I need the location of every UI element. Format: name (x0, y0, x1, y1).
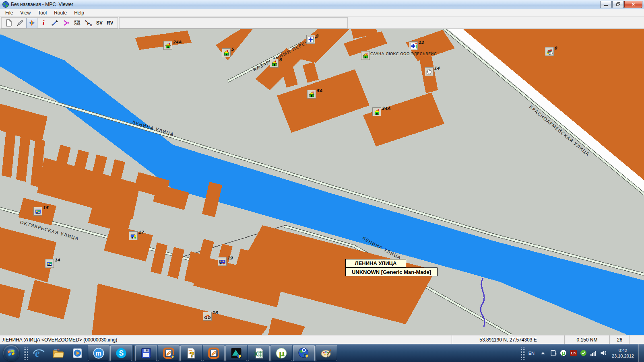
taskbar-skype[interactable]: S (110, 345, 132, 361)
measure-tool-button[interactable] (50, 18, 60, 28)
map-poi[interactable]: 16 (203, 312, 212, 321)
map-tooltip-object: UNKNOWN [Generic Man-Made] (345, 267, 438, 276)
route-arrow-button[interactable] (61, 18, 71, 28)
taskbar-excel[interactable]: X (248, 345, 270, 361)
tray-handle[interactable] (520, 347, 526, 360)
cfg-button[interactable]: CFG (83, 18, 94, 28)
edit-pen-icon[interactable] (15, 18, 25, 28)
house-icon (163, 41, 172, 50)
app-globe-icon (2, 1, 9, 8)
books-icon (545, 47, 554, 56)
titlebar: Без названия - MPC_Viewer × (0, 0, 644, 9)
map-poi[interactable]: 12 (409, 41, 418, 50)
map-poi[interactable]: 19 (218, 257, 227, 266)
volume-icon[interactable] (600, 350, 607, 356)
status-object: ЛЕНИНА УЛИЦА <OVERZOOMED> (00000030.img) (0, 335, 452, 344)
taskbar: e m S ? X µ (0, 344, 644, 362)
bus-icon (218, 257, 227, 266)
new-document-button[interactable] (4, 18, 14, 28)
taskbar-mpc-viewer[interactable] (293, 345, 315, 361)
poi-label: 14 (54, 258, 60, 262)
map-poi[interactable]: 5A (307, 90, 316, 99)
info-tool-button[interactable]: i (38, 18, 49, 28)
map-canvas[interactable]: КАЗАРМЕННЫЙ ПЕРЕУЛОКЛЕНИНА УЛИЦАКРАСНОАР… (0, 29, 644, 335)
toolbar: i RTECFG CFG SV RV (0, 17, 644, 29)
poi-label: 19 (227, 256, 233, 260)
taskbar-orange-doc-app-2[interactable] (203, 345, 225, 361)
menu-item-help[interactable]: Help (70, 9, 88, 16)
toolbar-band-empty (119, 17, 348, 29)
svg-text:µ: µ (562, 350, 566, 356)
taskbar-handle[interactable] (23, 347, 28, 360)
sv-button[interactable]: SV (95, 18, 104, 28)
taskbar-media-player[interactable] (68, 345, 87, 361)
taskbar-explorer[interactable] (49, 345, 68, 361)
taskbar-internet-explorer[interactable]: e (30, 345, 48, 361)
menu-item-file[interactable]: File (2, 9, 17, 16)
show-desktop-button[interactable] (638, 344, 644, 362)
map-poi[interactable]: САУНА-ЛЮКС ООО ЭДЕЛЬВЕЙС (361, 51, 370, 60)
moto-icon (203, 312, 212, 321)
menu-item-view[interactable]: View (17, 9, 34, 16)
taskbar-utorrent[interactable]: µ (270, 345, 292, 361)
menubar: FileViewToolRouteHelp (0, 9, 644, 17)
taskbar-clock[interactable]: 0:42 23.10.2012 (612, 348, 634, 359)
map-poi[interactable]: 8 (545, 47, 554, 56)
poi-label: 15 (43, 206, 48, 210)
clipboard-tray-icon[interactable] (550, 350, 557, 356)
taskbar-black-triangle-app[interactable] (225, 345, 247, 361)
menu-item-tool[interactable]: Tool (34, 9, 50, 16)
taskbar-floppy-app[interactable] (135, 345, 157, 361)
poi-label: 12 (418, 40, 424, 45)
statusbar: ЛЕНИНА УЛИЦА <OVERZOOMED> (00000030.img)… (0, 335, 644, 344)
network-signal-icon[interactable] (590, 350, 597, 356)
rte-cfg-button[interactable]: RTECFG (72, 18, 83, 28)
house-icon (307, 90, 316, 99)
language-indicator[interactable]: EN (528, 351, 535, 356)
svg-text:µ: µ (279, 348, 285, 358)
compass-tool-button[interactable] (26, 18, 37, 28)
poi-label: 6 (279, 58, 282, 62)
rv-button[interactable]: RV (105, 18, 115, 28)
house-icon (270, 59, 279, 68)
poi-label: 17 (138, 230, 144, 234)
poi-label: 24A (173, 40, 182, 44)
map-poi[interactable]: 3 (306, 35, 315, 44)
restore-button[interactable] (612, 1, 624, 8)
clock-date: 23.10.2012 (612, 353, 634, 359)
cross-icon (306, 35, 315, 44)
utorrent-tray-icon[interactable]: µ (560, 350, 567, 356)
antivirus-check-icon[interactable] (580, 350, 587, 356)
map-poi[interactable]: 34A (372, 107, 381, 116)
map-poi[interactable]: 17 (129, 231, 138, 240)
house-icon (361, 51, 370, 60)
start-button[interactable] (3, 345, 19, 361)
window-controls: × (600, 1, 642, 8)
taskbar-separator (133, 346, 134, 361)
status-detail-level: 26 (609, 335, 630, 344)
taskbar-help-doc[interactable]: ? (180, 345, 202, 361)
menu-item-route[interactable]: Route (50, 9, 70, 16)
svg-text:e: e (35, 347, 40, 359)
minimize-button[interactable] (600, 1, 612, 8)
tray-expand-icon[interactable] (541, 352, 545, 354)
map-poi[interactable]: 14 (45, 259, 54, 268)
punto-switcher-icon[interactable]: En (570, 350, 577, 356)
poi-label: 16 (212, 311, 218, 315)
clock-time: 0:42 (612, 348, 634, 353)
toolbar-band: i RTECFG CFG SV RV (1, 17, 118, 29)
map-poi[interactable]: 15 (33, 207, 42, 216)
status-grip (630, 335, 644, 344)
map-poi[interactable]: 14 (425, 67, 433, 76)
system-tray: EN µ En 0:42 23.10.2012 (519, 344, 644, 362)
map-poi[interactable]: 5 (222, 48, 231, 57)
shop-icon (33, 207, 42, 216)
taskbar-maxthon[interactable]: m (88, 345, 109, 361)
close-button[interactable]: × (624, 1, 642, 8)
map-tooltip-street: ЛЕНИНА УЛИЦА (345, 259, 406, 267)
svg-text:S: S (119, 349, 124, 357)
taskbar-orange-doc-app[interactable] (158, 345, 180, 361)
map-poi[interactable]: 24A (163, 41, 172, 50)
taskbar-paint[interactable] (316, 345, 337, 361)
map-poi[interactable]: 6 (270, 59, 279, 68)
